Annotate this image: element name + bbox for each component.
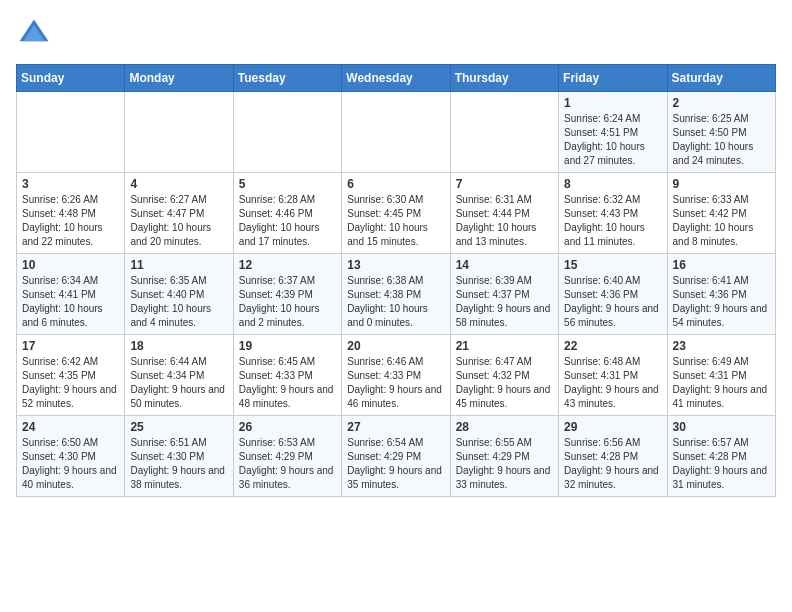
day-number: 13 [347, 258, 444, 272]
day-info: Sunrise: 6:33 AM Sunset: 4:42 PM Dayligh… [673, 193, 770, 249]
day-info: Sunrise: 6:49 AM Sunset: 4:31 PM Dayligh… [673, 355, 770, 411]
day-number: 11 [130, 258, 227, 272]
day-info: Sunrise: 6:56 AM Sunset: 4:28 PM Dayligh… [564, 436, 661, 492]
day-number: 18 [130, 339, 227, 353]
day-info: Sunrise: 6:34 AM Sunset: 4:41 PM Dayligh… [22, 274, 119, 330]
header-monday: Monday [125, 65, 233, 92]
day-info: Sunrise: 6:48 AM Sunset: 4:31 PM Dayligh… [564, 355, 661, 411]
day-number: 8 [564, 177, 661, 191]
header-sunday: Sunday [17, 65, 125, 92]
header-wednesday: Wednesday [342, 65, 450, 92]
calendar-week-3: 10Sunrise: 6:34 AM Sunset: 4:41 PM Dayli… [17, 254, 776, 335]
calendar-cell: 10Sunrise: 6:34 AM Sunset: 4:41 PM Dayli… [17, 254, 125, 335]
calendar-cell [342, 92, 450, 173]
day-number: 25 [130, 420, 227, 434]
day-info: Sunrise: 6:39 AM Sunset: 4:37 PM Dayligh… [456, 274, 553, 330]
header-tuesday: Tuesday [233, 65, 341, 92]
header-saturday: Saturday [667, 65, 775, 92]
day-number: 22 [564, 339, 661, 353]
calendar-week-2: 3Sunrise: 6:26 AM Sunset: 4:48 PM Daylig… [17, 173, 776, 254]
day-info: Sunrise: 6:46 AM Sunset: 4:33 PM Dayligh… [347, 355, 444, 411]
calendar-cell: 12Sunrise: 6:37 AM Sunset: 4:39 PM Dayli… [233, 254, 341, 335]
day-info: Sunrise: 6:38 AM Sunset: 4:38 PM Dayligh… [347, 274, 444, 330]
day-info: Sunrise: 6:51 AM Sunset: 4:30 PM Dayligh… [130, 436, 227, 492]
calendar-cell: 9Sunrise: 6:33 AM Sunset: 4:42 PM Daylig… [667, 173, 775, 254]
day-info: Sunrise: 6:44 AM Sunset: 4:34 PM Dayligh… [130, 355, 227, 411]
calendar-week-5: 24Sunrise: 6:50 AM Sunset: 4:30 PM Dayli… [17, 416, 776, 497]
calendar-cell [17, 92, 125, 173]
day-number: 1 [564, 96, 661, 110]
calendar-cell: 19Sunrise: 6:45 AM Sunset: 4:33 PM Dayli… [233, 335, 341, 416]
calendar-cell [450, 92, 558, 173]
calendar-cell: 16Sunrise: 6:41 AM Sunset: 4:36 PM Dayli… [667, 254, 775, 335]
day-number: 7 [456, 177, 553, 191]
header-thursday: Thursday [450, 65, 558, 92]
day-number: 6 [347, 177, 444, 191]
calendar-cell: 6Sunrise: 6:30 AM Sunset: 4:45 PM Daylig… [342, 173, 450, 254]
calendar-cell: 18Sunrise: 6:44 AM Sunset: 4:34 PM Dayli… [125, 335, 233, 416]
day-info: Sunrise: 6:30 AM Sunset: 4:45 PM Dayligh… [347, 193, 444, 249]
day-number: 29 [564, 420, 661, 434]
day-number: 19 [239, 339, 336, 353]
header-friday: Friday [559, 65, 667, 92]
day-number: 30 [673, 420, 770, 434]
calendar-cell: 14Sunrise: 6:39 AM Sunset: 4:37 PM Dayli… [450, 254, 558, 335]
calendar-cell: 3Sunrise: 6:26 AM Sunset: 4:48 PM Daylig… [17, 173, 125, 254]
day-info: Sunrise: 6:31 AM Sunset: 4:44 PM Dayligh… [456, 193, 553, 249]
day-number: 28 [456, 420, 553, 434]
logo-icon [16, 16, 52, 52]
page-header [16, 16, 776, 52]
calendar-cell: 26Sunrise: 6:53 AM Sunset: 4:29 PM Dayli… [233, 416, 341, 497]
day-info: Sunrise: 6:57 AM Sunset: 4:28 PM Dayligh… [673, 436, 770, 492]
calendar-table: SundayMondayTuesdayWednesdayThursdayFrid… [16, 64, 776, 497]
day-number: 12 [239, 258, 336, 272]
calendar-cell: 21Sunrise: 6:47 AM Sunset: 4:32 PM Dayli… [450, 335, 558, 416]
calendar-week-1: 1Sunrise: 6:24 AM Sunset: 4:51 PM Daylig… [17, 92, 776, 173]
calendar-cell: 11Sunrise: 6:35 AM Sunset: 4:40 PM Dayli… [125, 254, 233, 335]
day-info: Sunrise: 6:24 AM Sunset: 4:51 PM Dayligh… [564, 112, 661, 168]
calendar-cell: 13Sunrise: 6:38 AM Sunset: 4:38 PM Dayli… [342, 254, 450, 335]
day-info: Sunrise: 6:32 AM Sunset: 4:43 PM Dayligh… [564, 193, 661, 249]
day-number: 4 [130, 177, 227, 191]
day-number: 14 [456, 258, 553, 272]
calendar-cell: 17Sunrise: 6:42 AM Sunset: 4:35 PM Dayli… [17, 335, 125, 416]
day-info: Sunrise: 6:55 AM Sunset: 4:29 PM Dayligh… [456, 436, 553, 492]
day-info: Sunrise: 6:53 AM Sunset: 4:29 PM Dayligh… [239, 436, 336, 492]
calendar-cell: 2Sunrise: 6:25 AM Sunset: 4:50 PM Daylig… [667, 92, 775, 173]
day-number: 15 [564, 258, 661, 272]
day-number: 20 [347, 339, 444, 353]
calendar-cell: 5Sunrise: 6:28 AM Sunset: 4:46 PM Daylig… [233, 173, 341, 254]
calendar-cell: 1Sunrise: 6:24 AM Sunset: 4:51 PM Daylig… [559, 92, 667, 173]
day-number: 16 [673, 258, 770, 272]
day-number: 2 [673, 96, 770, 110]
day-info: Sunrise: 6:42 AM Sunset: 4:35 PM Dayligh… [22, 355, 119, 411]
day-info: Sunrise: 6:40 AM Sunset: 4:36 PM Dayligh… [564, 274, 661, 330]
day-number: 9 [673, 177, 770, 191]
day-number: 21 [456, 339, 553, 353]
day-info: Sunrise: 6:37 AM Sunset: 4:39 PM Dayligh… [239, 274, 336, 330]
day-number: 10 [22, 258, 119, 272]
calendar-cell [125, 92, 233, 173]
day-info: Sunrise: 6:35 AM Sunset: 4:40 PM Dayligh… [130, 274, 227, 330]
calendar-cell: 24Sunrise: 6:50 AM Sunset: 4:30 PM Dayli… [17, 416, 125, 497]
calendar-cell: 22Sunrise: 6:48 AM Sunset: 4:31 PM Dayli… [559, 335, 667, 416]
calendar-cell [233, 92, 341, 173]
calendar-cell: 29Sunrise: 6:56 AM Sunset: 4:28 PM Dayli… [559, 416, 667, 497]
day-info: Sunrise: 6:26 AM Sunset: 4:48 PM Dayligh… [22, 193, 119, 249]
logo [16, 16, 56, 52]
day-info: Sunrise: 6:27 AM Sunset: 4:47 PM Dayligh… [130, 193, 227, 249]
calendar-week-4: 17Sunrise: 6:42 AM Sunset: 4:35 PM Dayli… [17, 335, 776, 416]
calendar-cell: 7Sunrise: 6:31 AM Sunset: 4:44 PM Daylig… [450, 173, 558, 254]
calendar-cell: 20Sunrise: 6:46 AM Sunset: 4:33 PM Dayli… [342, 335, 450, 416]
calendar-cell: 8Sunrise: 6:32 AM Sunset: 4:43 PM Daylig… [559, 173, 667, 254]
calendar-cell: 28Sunrise: 6:55 AM Sunset: 4:29 PM Dayli… [450, 416, 558, 497]
day-number: 26 [239, 420, 336, 434]
calendar-cell: 30Sunrise: 6:57 AM Sunset: 4:28 PM Dayli… [667, 416, 775, 497]
day-number: 27 [347, 420, 444, 434]
day-info: Sunrise: 6:28 AM Sunset: 4:46 PM Dayligh… [239, 193, 336, 249]
calendar-cell: 15Sunrise: 6:40 AM Sunset: 4:36 PM Dayli… [559, 254, 667, 335]
day-number: 5 [239, 177, 336, 191]
day-info: Sunrise: 6:50 AM Sunset: 4:30 PM Dayligh… [22, 436, 119, 492]
day-info: Sunrise: 6:41 AM Sunset: 4:36 PM Dayligh… [673, 274, 770, 330]
day-info: Sunrise: 6:54 AM Sunset: 4:29 PM Dayligh… [347, 436, 444, 492]
